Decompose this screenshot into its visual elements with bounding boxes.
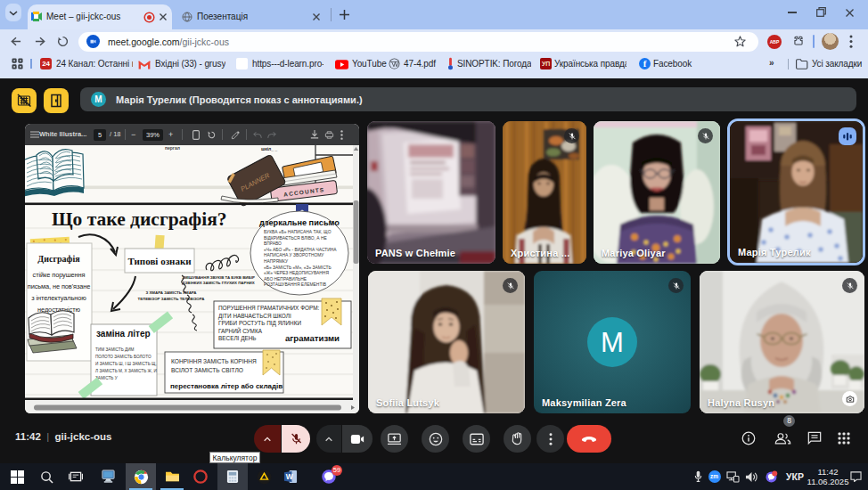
svg-text:«Ж» ЧЕРЕЗ НЕДОПИСУВАННЯ: «Ж» ЧЕРЕЗ НЕДОПИСУВАННЯ xyxy=(264,271,329,275)
svg-text:M: M xyxy=(601,327,624,358)
svg-text:аграматизми: аграматизми xyxy=(285,333,340,343)
svg-text:ВПРАВО: ВПРАВО xyxy=(264,241,282,246)
svg-text:Типові ознаки: Типові ознаки xyxy=(127,256,192,266)
svg-text:ТИМ ЗАМІСТЬ ДИМ: ТИМ ЗАМІСТЬ ДИМ xyxy=(95,347,135,352)
svg-text:ТЕЛЕВІЗОР ЗАМІСТЬ ТЕЛЕВІЗОРА: ТЕЛЕВІЗОР ЗАМІСТЬ ТЕЛЕВІЗОРА xyxy=(137,297,205,301)
svg-text:Дисграфія: Дисграфія xyxy=(37,254,80,264)
svg-text:РОЗТАШУВАННЯ ЕЛЕМЕНТІВ: РОЗТАШУВАННЯ ЕЛЕМЕНТІВ xyxy=(264,282,326,287)
svg-text:ДІТИ НАВЧАЄТЬСЯ ШКОЛІ: ДІТИ НАВЧАЄТЬСЯ ШКОЛІ xyxy=(218,313,291,320)
svg-text:пергал: пергал xyxy=(165,145,180,151)
svg-text:W: W xyxy=(286,472,293,481)
svg-text:БУКВА «Б» НАПИСАНА ТАК, ЩО: БУКВА «Б» НАПИСАНА ТАК, ЩО xyxy=(264,230,332,234)
svg-text:КОНРІННЯ ЗАМІСТЬ КОРІННЯ: КОНРІННЯ ЗАМІСТЬ КОРІННЯ xyxy=(171,358,257,364)
svg-text:З ХМАРА ЗАМІСТЬ ХМАРА: З ХМАРА ЗАМІСТЬ ХМАРА xyxy=(145,290,197,295)
svg-text:з інтелектуальною: з інтелектуальною xyxy=(31,294,86,302)
svg-text:заміна літер: заміна літер xyxy=(96,329,151,339)
svg-text:ГРИБИ РОСТУТЬ ПІД ЯЛИНКИ: ГРИБИ РОСТУТЬ ПІД ЯЛИНКИ xyxy=(218,320,301,327)
svg-text:письма, не пов'язане: письма, не пов'язане xyxy=(28,282,90,290)
svg-text:«Б» ЗАМІСТЬ «М», «З» ЗАМІСТЬ: «Б» ЗАМІСТЬ «М», «З» ЗАМІСТЬ xyxy=(264,265,332,270)
svg-text:ПОЛОТО ЗАМІСТЬ БОЛОТО: ПОЛОТО ЗАМІСТЬ БОЛОТО xyxy=(95,355,151,359)
svg-text:ВСІЛОТ ЗАМІСТЬ СВІТЛО: ВСІЛОТ ЗАМІСТЬ СВІТЛО xyxy=(171,367,243,373)
svg-text:стійке порушення: стійке порушення xyxy=(33,271,86,279)
svg-text:НАПРЯМКУ: НАПРЯМКУ xyxy=(264,259,289,264)
svg-text:АБО НЕПРАВИЛЬНЕ: АБО НЕПРАВИЛЬНЕ xyxy=(264,277,307,282)
svg-text:дзеркальне письмо: дзеркальне письмо xyxy=(259,218,340,227)
svg-text:ЗМІШУВАННЯ ЗВУКІВ ТА БУКВ ВИБІ: ЗМІШУВАННЯ ЗВУКІВ ТА БУКВ ВИБІР xyxy=(182,275,255,280)
svg-text:ДЗВІНКИХ ЗАМІСТЬ ГЛУХИХ ПАРНИХ: ДЗВІНКИХ ЗАМІСТЬ ГЛУХИХ ПАРНИХ xyxy=(182,281,254,285)
svg-text:ВЕСЕЛІ ДЕНЬ: ВЕСЕЛІ ДЕНЬ xyxy=(218,335,257,342)
svg-text:ВІДКРИВАЄТЬСЯ ВЛІВО, А НЕ: ВІДКРИВАЄТЬСЯ ВЛІВО, А НЕ xyxy=(264,236,327,241)
svg-text:ПОРУШЕННЯ ГРАМАТИЧНИХ ФОРМ:: ПОРУШЕННЯ ГРАМАТИЧНИХ ФОРМ: xyxy=(218,305,319,311)
svg-text:И ЗАМІСТЬ Ш, І Ш ЗАМІСТЬ Щ,: И ЗАМІСТЬ Ш, І Ш ЗАМІСТЬ Щ, xyxy=(95,362,157,366)
svg-text:Що таке дисграфія?: Що таке дисграфія? xyxy=(52,208,227,230)
svg-text:Л ЗАМІСТЬ М, Х ЗАМІСТЬ Ж, И: Л ЗАМІСТЬ М, Х ЗАМІСТЬ Ж, И xyxy=(95,369,157,373)
svg-text:ГАРНИЙ СУМКА: ГАРНИЙ СУМКА xyxy=(218,327,263,334)
svg-text:«Ч» АБО «Р» - ВИДАТНА ЧАСТИНА: «Ч» АБО «Р» - ВИДАТНА ЧАСТИНА xyxy=(264,248,337,252)
svg-text:НАПИСАНА У ЗВОРОТНОМУ: НАПИСАНА У ЗВОРОТНОМУ xyxy=(264,253,324,257)
svg-text:перестановка літер або складів: перестановка літер або складів xyxy=(170,382,283,390)
svg-text:шкіл_ _: шкіл_ _ xyxy=(261,146,277,151)
